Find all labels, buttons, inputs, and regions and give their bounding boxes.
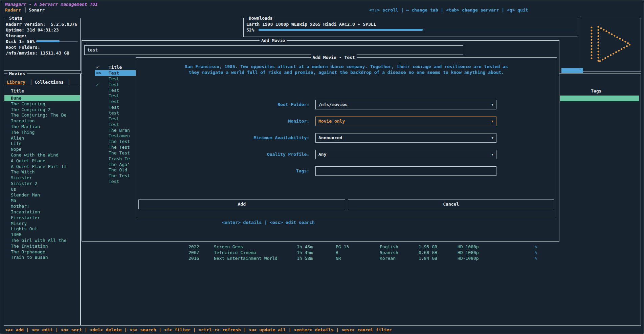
search-result-row[interactable]: The Old: [82, 167, 136, 173]
result-title: Test: [109, 93, 119, 99]
quality-profile-dropdown[interactable]: Any▼: [315, 150, 496, 159]
cancel-button[interactable]: Cancel: [348, 200, 555, 209]
sidebar-movie-row[interactable]: Dune: [4, 95, 80, 101]
movie-search-input[interactable]: test: [84, 45, 463, 55]
add-form: Root Folder: /nfs/movies▼Monitor: Movie …: [136, 58, 557, 217]
form-row: Monitor: Movie only▼: [136, 117, 557, 126]
library-table-cell: 1h 45m: [297, 250, 313, 255]
sidebar-movie-row[interactable]: The Invitation: [4, 243, 80, 249]
bottom-keybindings: <a> add | <e> edit | <o> sort | <del> de…: [5, 327, 392, 333]
sidebar-movie-row[interactable]: Misery: [4, 221, 80, 226]
sidebar-movie-row[interactable]: The Conjuring: [4, 101, 80, 107]
library-table-cell: R: [336, 250, 338, 255]
sidebar-movie-row[interactable]: Us: [4, 186, 80, 192]
tags-input[interactable]: [315, 166, 496, 176]
library-table-row[interactable]: 2016Next Entertainment World1h 58mNRKore…: [81, 255, 641, 261]
library-table-cell: Spanish: [380, 250, 398, 255]
sidebar-movie-row[interactable]: The Girl with All the: [4, 237, 80, 243]
tab-library[interactable]: Library: [7, 79, 25, 85]
library-table-row[interactable]: 2007Telecinco Cinema1h 45mRSpanish0.68 G…: [81, 250, 641, 255]
search-result-row[interactable]: The Test: [82, 144, 136, 150]
sidebar-movie-row[interactable]: Slender Man: [4, 192, 80, 198]
sidebar-movie-row[interactable]: The Conjuring 2: [4, 107, 80, 112]
result-title: Test: [109, 82, 119, 87]
sidebar-movie-row[interactable]: Firestarter: [4, 215, 80, 221]
search-result-row[interactable]: Test: [82, 99, 136, 104]
search-result-row[interactable]: Test: [82, 87, 136, 93]
sidebar-movie-row[interactable]: Inception: [4, 118, 80, 124]
sidebar-movie-row[interactable]: Gone with the Wind: [4, 152, 80, 158]
search-result-row[interactable]: Test: [82, 122, 136, 127]
sidebar-movie-row[interactable]: Train to Busan: [4, 254, 80, 260]
search-result-row[interactable]: The Bran: [82, 127, 136, 133]
sidebar-movie-row[interactable]: Life: [4, 141, 80, 146]
search-result-row[interactable]: The Aga': [82, 162, 136, 167]
downloads-panel: Downloads Earth 1998 1080p WEBRip x265 H…: [243, 18, 577, 37]
chevron-down-icon: ▼: [492, 100, 493, 109]
library-table-cell: Next Entertainment World: [214, 255, 277, 261]
tab-collections[interactable]: Collections: [35, 79, 64, 85]
sidebar-movie-row[interactable]: mother!: [4, 203, 80, 209]
sidebar-movie-row[interactable]: The Thing: [4, 129, 80, 135]
library-table-cell: HD-1080p: [458, 255, 479, 261]
search-result-row[interactable]: =>Test: [82, 70, 136, 76]
search-result-row[interactable]: test: [82, 110, 136, 116]
form-label: Tags:: [136, 166, 312, 176]
tab-sonarr[interactable]: Sonarr: [29, 7, 45, 13]
search-result-row[interactable]: Test: [82, 104, 136, 110]
sidebar-movie-row[interactable]: 1408: [4, 232, 80, 237]
sidebar-movie-row[interactable]: Ma: [4, 197, 80, 203]
result-title: Test: [109, 116, 119, 122]
sidebar-movie-row[interactable]: A Quiet Place: [4, 158, 80, 164]
sidebar-movie-row[interactable]: Sinister: [4, 175, 80, 181]
movies-column-header: Title: [11, 88, 24, 94]
sidebar-movie-row[interactable]: The Witch: [4, 169, 80, 175]
result-title: Test: [109, 122, 119, 127]
minimum-availability-dropdown[interactable]: Announced▼: [315, 133, 496, 143]
sidebar-movie-row[interactable]: The Martian: [4, 124, 80, 129]
uptime: Uptime: 31d 04:31:23: [6, 27, 59, 33]
library-table-row[interactable]: 2022Screen Gems1h 45mPG-13English1.95 GB…: [81, 244, 641, 250]
search-result-row[interactable]: ✓Test: [82, 82, 136, 87]
sidebar-movie-row[interactable]: Alien: [4, 135, 80, 141]
sidebar-movie-row[interactable]: Incantation: [4, 209, 80, 215]
add-button[interactable]: Add: [138, 200, 345, 209]
search-result-row[interactable]: The Test: [82, 150, 136, 156]
search-result-row[interactable]: Test: [82, 76, 136, 82]
logo-panel: [580, 18, 641, 71]
form-row: Root Folder: /nfs/movies▼: [136, 100, 557, 109]
tab-radarr[interactable]: Radarr: [5, 7, 21, 13]
sidebar-movie-row[interactable]: The Orphanage: [4, 249, 80, 255]
download-item-name: Earth 1998 1080p WEBRip x265 Hindi AAC2.…: [246, 21, 376, 27]
sidebar-movie-row[interactable]: A Quiet Place Part II: [4, 164, 80, 169]
tabs-divider: [4, 86, 80, 86]
search-result-row[interactable]: Test: [82, 93, 136, 99]
edit-pencil-icon: ✎: [535, 255, 537, 261]
add-movie-popup-title: Add Movie: [260, 38, 287, 43]
library-table-cell: PG-13: [336, 244, 349, 250]
search-result-row[interactable]: Test: [82, 179, 136, 184]
root-folder-dropdown[interactable]: /nfs/movies▼: [315, 100, 496, 109]
library-table-cell: English: [380, 244, 398, 250]
search-result-row[interactable]: Test: [82, 116, 136, 122]
sidebar-tab-separator-2: │: [68, 79, 70, 85]
sidebar-movie-row[interactable]: Nope: [4, 146, 80, 152]
result-title: The Test: [109, 144, 130, 150]
search-result-row[interactable]: The Test: [82, 139, 136, 144]
search-result-row[interactable]: Testamen: [82, 133, 136, 139]
form-row: Tags:: [136, 166, 557, 176]
results-header-title: Title: [109, 64, 122, 70]
library-table-cell: Screen Gems: [214, 244, 243, 250]
field-value: Any: [318, 152, 326, 157]
sidebar-movie-row[interactable]: Sinister 2: [4, 181, 80, 186]
download-gauge: [259, 27, 574, 33]
edit-pencil-icon: ✎: [535, 244, 537, 250]
result-title: test: [109, 110, 119, 116]
sidebar-movie-row[interactable]: The Conjuring: The De: [4, 112, 80, 118]
monitor-dropdown[interactable]: Movie only▼: [315, 117, 496, 126]
result-check-icon: ✓: [96, 82, 99, 87]
search-result-row[interactable]: The Test: [82, 173, 136, 179]
library-table-cell: HD-1080p: [458, 250, 479, 255]
search-result-row[interactable]: Crash Te: [82, 156, 136, 162]
sidebar-movie-row[interactable]: Lights Out: [4, 226, 80, 232]
